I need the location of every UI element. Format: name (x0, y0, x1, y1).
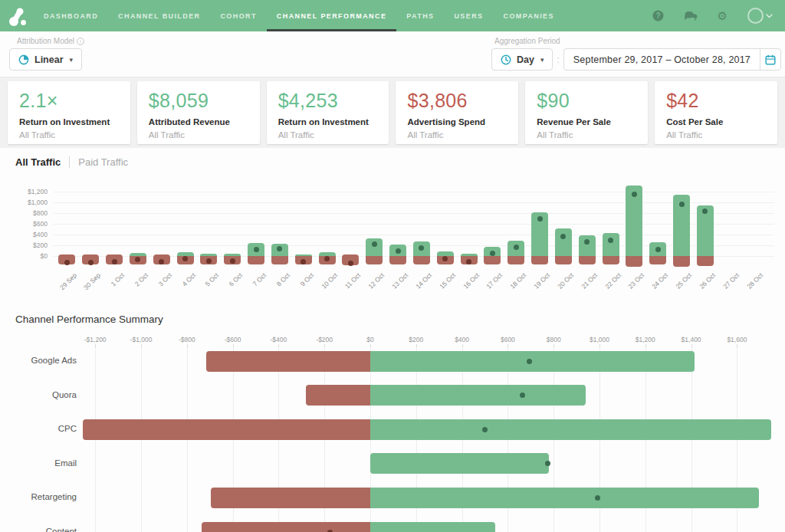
channel-label-google-ads: Google Ads (0, 356, 77, 365)
daily-bar-revenue[interactable] (603, 233, 619, 256)
daily-bar-spend[interactable] (389, 256, 406, 264)
gridline (95, 349, 96, 532)
channel-summary-chart: -$1,200-$1,000-$800-$600-$400-$200$0$200… (0, 334, 785, 532)
channel-performance-page: DASHBOARDCHANNEL BUILDERCOHORTCHANNEL PE… (0, 0, 785, 532)
aggregation-period-select[interactable]: Day ▾ (491, 48, 553, 71)
daily-bar-spend[interactable] (673, 256, 690, 267)
net-dot (64, 260, 70, 265)
daily-bar-spend[interactable] (579, 256, 596, 264)
tab-all-traffic[interactable]: All Traffic (15, 156, 61, 168)
x-axis-tick-label: $200 (393, 336, 439, 343)
daily-bar-spend[interactable] (603, 256, 619, 264)
daily-bar-spend[interactable] (626, 256, 642, 267)
axis-tick (645, 344, 646, 348)
tab-paid-traffic[interactable]: Paid Traffic (78, 156, 128, 168)
axis-tick (370, 344, 371, 348)
daily-bar-spend[interactable] (484, 256, 501, 264)
daily-bar-spend[interactable] (649, 256, 666, 264)
channel-bar-revenue[interactable] (370, 419, 771, 440)
channel-bar-revenue[interactable] (370, 351, 695, 372)
x-axis-tick-label: $0 (347, 336, 393, 343)
channel-bar-revenue[interactable] (370, 385, 586, 406)
kpi-sublabel: All Traffic (666, 130, 766, 140)
channel-bar-spend[interactable] (206, 351, 370, 372)
x-axis-tick-label: $800 (530, 336, 576, 343)
chat-icon[interactable] (684, 11, 698, 21)
calendar-icon[interactable] (760, 49, 780, 70)
user-menu[interactable] (747, 8, 773, 24)
channel-bar-spend[interactable] (211, 488, 370, 508)
nav-item-channel-builder[interactable]: CHANNEL BUILDER (108, 0, 210, 31)
kpi-card-return-on-investment: $4,253Return on InvestmentAll Traffic (267, 81, 389, 144)
channel-label-email: Email (0, 458, 77, 468)
gridline (54, 224, 774, 225)
daily-bar-spend[interactable] (366, 256, 383, 264)
caret-down-icon: ▾ (70, 56, 74, 64)
gridline (187, 349, 188, 532)
kpi-label: Return on Investment (19, 117, 119, 126)
channel-bar-revenue[interactable] (370, 488, 759, 508)
gear-icon[interactable]: ⚙ (718, 10, 728, 21)
channel-bar-revenue[interactable] (370, 453, 549, 474)
daily-bar-spend[interactable] (248, 256, 264, 264)
net-dot (595, 495, 600, 501)
net-dot (482, 427, 488, 432)
kpi-card-revenue-per-sale: $90Revenue Per SaleAll Traffic (525, 81, 648, 144)
attribution-model-select[interactable]: Linear ▾ (9, 48, 82, 71)
net-dot (632, 192, 637, 197)
nav-item-cohort[interactable]: COHORT (210, 0, 266, 31)
svg-text:?: ? (655, 11, 660, 20)
daily-bar-spend[interactable] (697, 256, 714, 266)
kpi-value: $3,806 (407, 90, 507, 112)
daily-bar-spend[interactable] (507, 256, 524, 264)
date-range-input[interactable]: September 29, 2017 – October 28, 2017 (563, 48, 781, 71)
attribution-logo-icon (5, 5, 28, 27)
x-axis-tick-label: -$200 (301, 336, 347, 343)
y-axis-tick-label: $200 (14, 241, 48, 249)
net-dot (608, 238, 613, 243)
app-logo[interactable] (0, 0, 34, 31)
x-axis-tick-label: -$400 (255, 336, 301, 343)
axis-tick (553, 344, 554, 348)
axis-tick (233, 344, 234, 348)
channel-bar-spend[interactable] (83, 419, 370, 440)
nav-item-paths[interactable]: PATHS (396, 0, 444, 31)
channel-label-cpc: CPC (0, 424, 77, 433)
channel-bar-spend[interactable] (202, 522, 370, 532)
kpi-label: Return on Investment (278, 117, 378, 126)
daily-bar-revenue[interactable] (555, 228, 572, 256)
channel-label-retargeting: Retargeting (0, 492, 77, 501)
net-dot (679, 202, 685, 207)
nav-item-dashboard[interactable]: DASHBOARD (34, 0, 108, 31)
axis-tick (599, 344, 600, 348)
kpi-sublabel: All Traffic (149, 130, 248, 140)
net-dot (655, 247, 661, 252)
daily-bar-spend[interactable] (555, 256, 572, 264)
kpi-value: $90 (537, 90, 636, 112)
daily-bar-spend[interactable] (413, 256, 430, 264)
kpi-cards: 2.1×Return on InvestmentAll Traffic$8,05… (0, 77, 785, 148)
nav-right: ? ⚙ (652, 0, 785, 31)
attribution-model-value: Linear (34, 54, 64, 65)
net-dot (396, 248, 401, 254)
daily-bar-spend[interactable] (531, 256, 548, 264)
channel-label-quora: Quora (0, 390, 77, 399)
y-axis-tick-label: $600 (14, 220, 48, 228)
nav-item-channel-performance[interactable]: CHANNEL PERFORMANCE (267, 0, 396, 31)
help-icon[interactable]: ? (652, 10, 664, 21)
channel-bar-spend[interactable] (306, 385, 370, 406)
daily-bar-revenue[interactable] (366, 238, 383, 256)
kpi-value: $8,059 (149, 90, 248, 112)
net-dot (206, 258, 212, 264)
daily-bar-spend[interactable] (271, 256, 288, 264)
nav-item-users[interactable]: USERS (444, 0, 493, 31)
kpi-label: Advertising Spend (407, 117, 507, 126)
axis-tick (187, 344, 188, 348)
y-axis-tick-label: $1,200 (14, 188, 48, 195)
kpi-value: $42 (666, 90, 766, 112)
nav-item-companies[interactable]: COMPANIES (493, 0, 563, 31)
daily-bar-revenue[interactable] (579, 235, 596, 256)
net-dot (527, 359, 532, 364)
channel-bar-revenue[interactable] (370, 522, 495, 532)
nav-menu: DASHBOARDCHANNEL BUILDERCOHORTCHANNEL PE… (34, 0, 564, 31)
